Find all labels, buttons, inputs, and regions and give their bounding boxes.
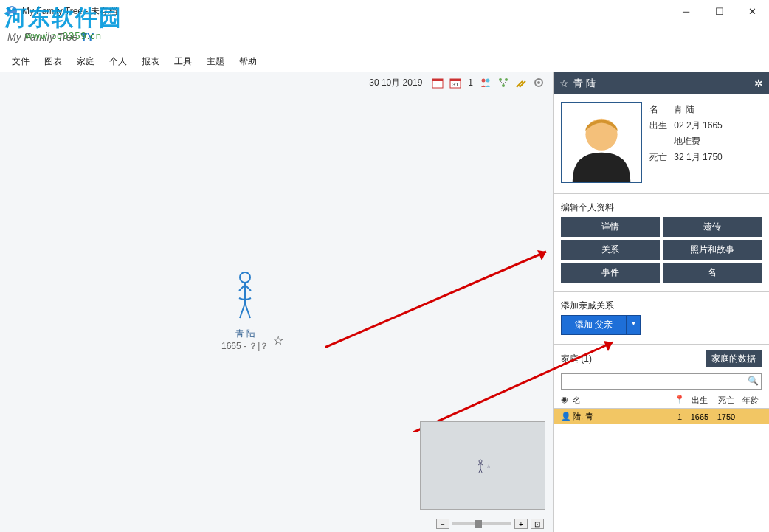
nav-count: 1 (468, 77, 473, 88)
profile-death-label: 死亡 (649, 150, 672, 166)
tools-icon[interactable] (514, 76, 528, 89)
menu-tool[interactable]: 工具 (167, 52, 199, 71)
person-node[interactable]: 青 陆 1665 - ？|？ (221, 270, 269, 353)
family-label: 家庭 (1) (561, 353, 592, 365)
minimap[interactable]: ☆ (420, 421, 545, 510)
row-name: 陆, 青 (573, 411, 673, 422)
col-marker-icon[interactable]: 📍 (673, 395, 686, 406)
zoom-bar: − + ⊡ (436, 519, 544, 529)
person-figure-icon (230, 270, 260, 322)
svg-text:31: 31 (452, 81, 459, 88)
panel-gear-icon[interactable]: ✲ (754, 77, 763, 89)
person-life: 1665 - ？|？ (221, 340, 269, 353)
maximize-button[interactable]: ☐ (703, 0, 736, 22)
profile-box: 名 青 陆 出生 02 2月 1665 地堆费 死亡 32 1月 1750 (554, 94, 769, 190)
name-button[interactable]: 名 (663, 263, 762, 283)
svg-rect-3 (432, 79, 443, 81)
add-father-split-button: 添加 父亲 ▾ (561, 315, 641, 335)
calendar-today-icon[interactable] (431, 76, 444, 89)
relation-button[interactable]: 关系 (561, 240, 660, 260)
add-father-button[interactable]: 添加 父亲 (561, 315, 627, 335)
col-name[interactable]: 名 (573, 395, 673, 406)
svg-point-9 (499, 78, 502, 81)
profile-name-value: 青 陆 (674, 104, 694, 114)
svg-point-1 (10, 7, 13, 10)
calendar-icon[interactable]: 31 (449, 76, 462, 89)
menu-file[interactable]: 文件 (4, 52, 37, 71)
menu-person[interactable]: 个人 (102, 52, 134, 71)
divider (554, 193, 769, 194)
col-pin[interactable]: ◉ (561, 395, 573, 406)
panel-header-name: 青 陆 (573, 77, 596, 90)
svg-point-19 (479, 460, 482, 463)
svg-marker-16 (537, 250, 546, 260)
add-relative-row: 添加 父亲 ▾ (554, 315, 769, 341)
profile-death-value: 32 1月 1750 (674, 152, 722, 162)
avatar-placeholder-icon (562, 108, 641, 182)
svg-point-14 (240, 272, 250, 283)
svg-point-11 (502, 84, 505, 87)
people-icon[interactable] (479, 76, 492, 89)
minimap-person-icon: ☆ (476, 459, 485, 475)
table-row[interactable]: 👤 陆, 青 1 1665 1750 (554, 409, 769, 424)
menu-theme[interactable]: 主题 (199, 52, 232, 71)
zoom-slider[interactable] (452, 522, 511, 525)
events-button[interactable]: 事件 (561, 263, 660, 283)
svg-line-15 (325, 252, 546, 348)
row-num: 1 (673, 412, 686, 421)
canvas-body[interactable]: 青 陆 1665 - ？|？ ☆ ☆ − (0, 93, 553, 532)
star-pin-icon[interactable]: ☆ (273, 334, 283, 348)
panel-header: ☆ 青 陆 ✲ (554, 72, 769, 94)
zoom-fit-button[interactable]: ⊡ (531, 519, 544, 529)
menu-chart[interactable]: 图表 (37, 52, 69, 71)
svg-point-13 (537, 81, 540, 84)
add-father-dropdown[interactable]: ▾ (627, 315, 641, 335)
menu-help[interactable]: 帮助 (232, 52, 264, 71)
col-death[interactable]: 死亡 (713, 395, 739, 406)
header-star-icon[interactable]: ☆ (559, 77, 569, 89)
annotation-arrow-1 (325, 244, 554, 348)
divider (554, 344, 769, 345)
row-birth: 1665 (686, 412, 713, 421)
brand-row: My Family Tree TY (0, 22, 769, 52)
title-bar: My Family Tree - 未存档 ─ ☐ ✕ (0, 0, 769, 22)
details-button[interactable]: 详情 (561, 217, 660, 237)
photos-button[interactable]: 照片和故事 (663, 240, 762, 260)
row-person-icon: 👤 (561, 412, 573, 421)
zoom-in-button[interactable]: + (514, 519, 528, 529)
menu-report[interactable]: 报表 (134, 52, 167, 71)
window-title: My Family Tree - 未存档 (22, 5, 117, 18)
col-birth[interactable]: 出生 (686, 395, 713, 406)
menu-bar: 文件 图表 家庭 个人 报表 工具 主题 帮助 (0, 52, 769, 72)
zoom-out-button[interactable]: − (436, 519, 449, 529)
edit-button-grid: 详情 遗传 关系 照片和故事 事件 名 (554, 217, 769, 289)
canvas-area[interactable]: 30 10月 2019 31 1 (0, 72, 554, 532)
add-section-title: 添加亲戚关系 (554, 295, 769, 315)
family-data-button[interactable]: 家庭的数据 (706, 350, 762, 367)
divider (554, 291, 769, 292)
search-row: 🔍 (554, 370, 769, 393)
menu-family[interactable]: 家庭 (69, 52, 102, 71)
canvas-toolbar: 30 10月 2019 31 1 (0, 72, 553, 93)
brand-badge: TY (80, 31, 94, 43)
svg-point-10 (505, 78, 508, 81)
search-input[interactable] (561, 373, 762, 390)
close-button[interactable]: ✕ (736, 0, 769, 22)
avatar[interactable] (561, 102, 642, 183)
app-icon (6, 5, 18, 17)
minimize-button[interactable]: ─ (669, 0, 703, 22)
table-header: ◉ 名 📍 出生 死亡 年龄 (554, 393, 769, 409)
edit-section-title: 编辑个人资料 (554, 197, 769, 217)
row-death: 1750 (713, 412, 739, 421)
svg-point-8 (486, 79, 490, 83)
tree-icon[interactable] (497, 76, 510, 89)
family-header: 家庭 (1) 家庭的数据 (554, 348, 769, 370)
svg-point-7 (482, 79, 486, 83)
heredity-button[interactable]: 遗传 (663, 217, 762, 237)
zoom-handle[interactable] (475, 520, 482, 528)
gear-icon[interactable] (532, 76, 545, 89)
col-age[interactable]: 年龄 (739, 395, 762, 406)
search-icon[interactable]: 🔍 (748, 376, 759, 386)
profile-details: 名 青 陆 出生 02 2月 1665 地堆费 死亡 32 1月 1750 (649, 102, 723, 183)
profile-name-label: 名 (649, 102, 672, 118)
